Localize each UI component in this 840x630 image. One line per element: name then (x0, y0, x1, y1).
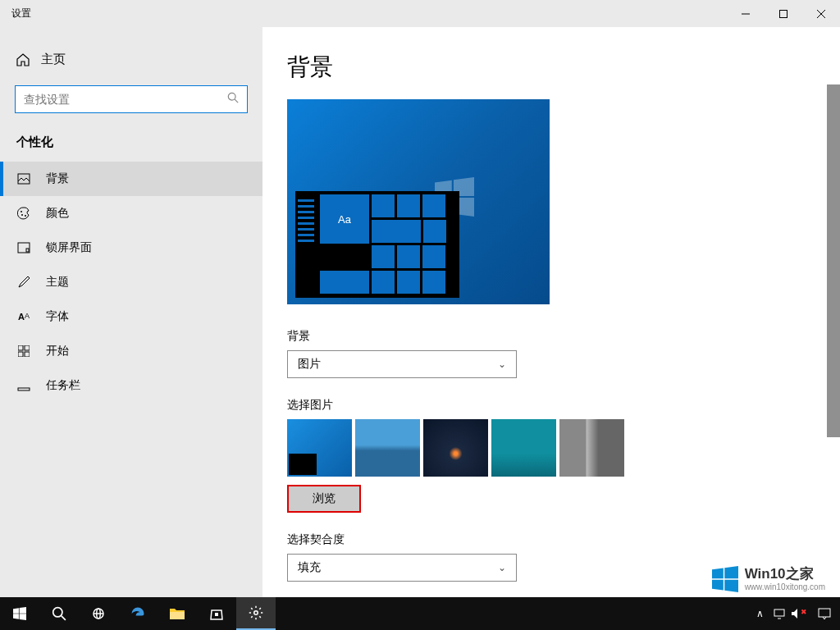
watermark: Win10之家 www.win10xitong.com (704, 563, 833, 596)
picture-thumbnails (287, 419, 840, 477)
fit-value: 填充 (298, 560, 321, 575)
settings-taskbar-button[interactable] (236, 597, 276, 630)
svg-rect-13 (25, 345, 30, 350)
sidebar-item-themes[interactable]: 主题 (0, 265, 262, 299)
page-title: 背景 (287, 52, 840, 83)
sidebar-item-label: 开始 (46, 344, 69, 358)
sidebar-item-fonts[interactable]: AA 字体 (0, 299, 262, 334)
explorer-button[interactable] (158, 597, 197, 630)
svg-point-24 (254, 611, 258, 615)
sidebar-item-label: 字体 (46, 309, 69, 324)
sidebar-item-label: 颜色 (46, 206, 69, 221)
brush-icon (16, 276, 31, 289)
fit-label: 选择契合度 (287, 532, 840, 547)
thumbnail-2[interactable] (423, 419, 488, 477)
main-panel: 背景 Aa 背景 图片 ⌄ 选择图片 (262, 27, 840, 597)
svg-rect-22 (170, 612, 185, 619)
thumbnail-4[interactable] (559, 419, 624, 477)
palette-icon (16, 207, 31, 220)
home-icon (16, 53, 30, 66)
sidebar-item-label: 背景 (46, 171, 69, 186)
start-button[interactable] (0, 597, 39, 630)
svg-rect-12 (18, 345, 23, 350)
svg-rect-11 (26, 249, 29, 252)
browse-button[interactable]: 浏览 (287, 485, 361, 513)
home-link[interactable]: 主页 (0, 43, 262, 75)
sidebar-item-label: 锁屏界面 (46, 240, 92, 255)
lock-icon (16, 241, 31, 254)
search-input-wrap[interactable] (15, 85, 248, 113)
window-title: 设置 (11, 7, 31, 21)
svg-rect-1 (780, 10, 788, 17)
start-icon (16, 345, 31, 357)
fit-dropdown[interactable]: 填充 ⌄ (287, 554, 517, 582)
svg-rect-10 (18, 243, 30, 253)
svg-rect-6 (18, 174, 30, 184)
background-value: 图片 (298, 357, 321, 372)
svg-rect-25 (774, 609, 784, 616)
sidebar-item-lockscreen[interactable]: 锁屏界面 (0, 231, 262, 265)
svg-rect-27 (819, 609, 830, 617)
thumbnail-1[interactable] (355, 419, 420, 477)
search-input[interactable] (24, 93, 227, 106)
tray-chevron[interactable]: ∧ (750, 608, 769, 619)
titlebar: 设置 (0, 0, 840, 27)
maximize-button[interactable] (765, 0, 802, 27)
sidebar-item-start[interactable]: 开始 (0, 334, 262, 368)
thumbnail-0[interactable] (287, 419, 352, 477)
section-label: 个性化 (0, 128, 262, 162)
network-icon[interactable] (769, 608, 789, 619)
thumbnail-3[interactable] (491, 419, 556, 477)
svg-rect-23 (215, 613, 218, 616)
svg-point-8 (21, 214, 23, 216)
svg-rect-14 (18, 352, 23, 357)
sidebar-item-taskbar[interactable]: 任务栏 (0, 368, 262, 403)
taskbar: ∧ ✖ (0, 597, 840, 630)
svg-point-7 (21, 211, 22, 212)
volume-icon[interactable]: ✖ (789, 608, 809, 619)
font-icon: AA (16, 312, 31, 322)
svg-rect-15 (25, 352, 30, 357)
search-icon (227, 92, 239, 107)
svg-point-17 (53, 608, 62, 617)
scrollbar[interactable] (827, 27, 840, 597)
chevron-down-icon: ⌄ (498, 562, 506, 573)
chevron-down-icon: ⌄ (498, 358, 506, 370)
svg-point-4 (228, 93, 235, 100)
home-label: 主页 (41, 52, 66, 67)
taskview-button[interactable] (79, 597, 118, 630)
store-button[interactable] (197, 597, 236, 630)
preview-sample-text: Aa (320, 194, 369, 244)
taskbar-icon (16, 379, 31, 392)
sidebar-item-background[interactable]: 背景 (0, 162, 262, 196)
notification-icon[interactable] (809, 607, 840, 620)
background-dropdown[interactable]: 图片 ⌄ (287, 350, 517, 378)
svg-rect-16 (18, 388, 30, 390)
sidebar-item-label: 任务栏 (46, 378, 80, 393)
desktop-preview: Aa (287, 99, 550, 304)
minimize-button[interactable] (727, 0, 765, 27)
edge-button[interactable] (118, 597, 158, 630)
choose-picture-label: 选择图片 (287, 398, 840, 413)
close-button[interactable] (802, 0, 840, 27)
background-label: 背景 (287, 329, 840, 344)
sidebar-item-colors[interactable]: 颜色 (0, 196, 262, 231)
sidebar: 主页 个性化 背景 颜色 锁屏界面 主题 AA 字体 (0, 27, 262, 597)
sidebar-item-label: 主题 (46, 275, 69, 290)
image-icon (16, 172, 31, 185)
svg-line-18 (62, 616, 66, 620)
svg-point-9 (25, 215, 26, 217)
svg-line-5 (235, 99, 238, 103)
search-button[interactable] (39, 597, 79, 630)
